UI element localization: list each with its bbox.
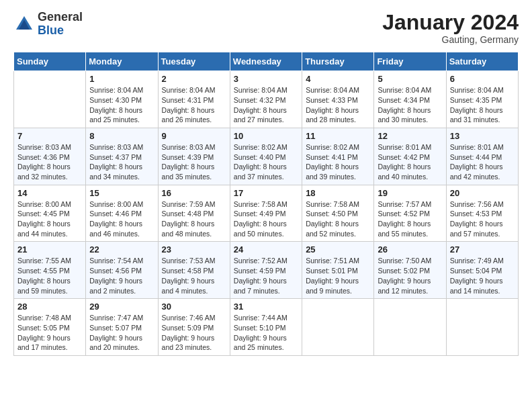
column-header-thursday: Thursday (302, 52, 374, 71)
day-number: 30 (162, 302, 226, 312)
calendar-cell (14, 71, 86, 128)
calendar-week-row: 7Sunrise: 8:03 AM Sunset: 4:36 PM Daylig… (14, 128, 519, 185)
day-info: Sunrise: 8:04 AM Sunset: 4:34 PM Dayligh… (378, 85, 442, 125)
calendar-cell: 14Sunrise: 8:00 AM Sunset: 4:45 PM Dayli… (14, 185, 86, 242)
calendar-cell: 18Sunrise: 7:58 AM Sunset: 4:50 PM Dayli… (302, 185, 374, 242)
column-header-tuesday: Tuesday (158, 52, 230, 71)
calendar-cell: 24Sunrise: 7:52 AM Sunset: 4:59 PM Dayli… (230, 242, 302, 299)
day-info: Sunrise: 8:00 AM Sunset: 4:46 PM Dayligh… (89, 199, 154, 239)
logo: General Blue (13, 11, 83, 38)
calendar-week-row: 28Sunrise: 7:48 AM Sunset: 5:05 PM Dayli… (14, 299, 519, 356)
day-number: 29 (89, 302, 154, 312)
calendar-cell: 4Sunrise: 8:04 AM Sunset: 4:33 PM Daylig… (302, 71, 374, 128)
calendar-cell: 16Sunrise: 7:59 AM Sunset: 4:48 PM Dayli… (158, 185, 230, 242)
day-info: Sunrise: 8:04 AM Sunset: 4:35 PM Dayligh… (450, 85, 515, 125)
calendar-cell: 15Sunrise: 8:00 AM Sunset: 4:46 PM Dayli… (86, 185, 158, 242)
day-number: 19 (378, 188, 442, 198)
day-number: 13 (450, 131, 515, 141)
calendar-cell: 7Sunrise: 8:03 AM Sunset: 4:36 PM Daylig… (14, 128, 86, 185)
day-info: Sunrise: 7:48 AM Sunset: 5:05 PM Dayligh… (17, 313, 82, 353)
day-info: Sunrise: 7:51 AM Sunset: 5:01 PM Dayligh… (306, 256, 370, 295)
day-number: 6 (450, 74, 515, 84)
column-header-wednesday: Wednesday (230, 52, 302, 71)
day-number: 16 (162, 188, 226, 198)
calendar-week-row: 1Sunrise: 8:04 AM Sunset: 4:30 PM Daylig… (14, 71, 519, 128)
logo-text: General Blue (38, 11, 83, 38)
calendar-cell: 2Sunrise: 8:04 AM Sunset: 4:31 PM Daylig… (158, 71, 230, 128)
day-number: 25 (306, 244, 370, 255)
calendar-cell: 30Sunrise: 7:46 AM Sunset: 5:09 PM Dayli… (158, 299, 230, 356)
day-info: Sunrise: 8:01 AM Sunset: 4:42 PM Dayligh… (378, 142, 442, 182)
day-number: 14 (17, 188, 82, 198)
day-info: Sunrise: 7:44 AM Sunset: 5:10 PM Dayligh… (234, 313, 298, 353)
calendar-cell (302, 299, 374, 356)
day-info: Sunrise: 7:53 AM Sunset: 4:58 PM Dayligh… (162, 256, 226, 295)
month-title: January 2024 (382, 11, 519, 34)
day-info: Sunrise: 7:59 AM Sunset: 4:48 PM Dayligh… (162, 199, 226, 239)
calendar-cell (446, 299, 518, 356)
title-block: January 2024 Gauting, Germany (382, 11, 519, 45)
day-info: Sunrise: 7:56 AM Sunset: 4:53 PM Dayligh… (450, 199, 515, 239)
day-info: Sunrise: 7:52 AM Sunset: 4:59 PM Dayligh… (234, 256, 298, 295)
day-number: 1 (89, 74, 154, 84)
calendar-cell: 31Sunrise: 7:44 AM Sunset: 5:10 PM Dayli… (230, 299, 302, 356)
column-header-sunday: Sunday (14, 52, 86, 71)
day-info: Sunrise: 7:57 AM Sunset: 4:52 PM Dayligh… (378, 199, 442, 239)
day-number: 8 (89, 131, 154, 141)
day-info: Sunrise: 8:01 AM Sunset: 4:44 PM Dayligh… (450, 142, 515, 182)
day-number: 3 (234, 74, 298, 84)
day-number: 15 (89, 188, 154, 198)
calendar-cell: 11Sunrise: 8:02 AM Sunset: 4:41 PM Dayli… (302, 128, 374, 185)
day-number: 2 (162, 74, 226, 84)
calendar-cell (374, 299, 446, 356)
location-subtitle: Gauting, Germany (382, 34, 519, 45)
calendar-week-row: 14Sunrise: 8:00 AM Sunset: 4:45 PM Dayli… (14, 185, 519, 242)
calendar-cell: 27Sunrise: 7:49 AM Sunset: 5:04 PM Dayli… (446, 242, 518, 299)
day-number: 5 (378, 74, 442, 84)
calendar-cell: 8Sunrise: 8:03 AM Sunset: 4:37 PM Daylig… (86, 128, 158, 185)
day-number: 9 (162, 131, 226, 141)
calendar-cell: 6Sunrise: 8:04 AM Sunset: 4:35 PM Daylig… (446, 71, 518, 128)
day-info: Sunrise: 7:58 AM Sunset: 4:49 PM Dayligh… (234, 199, 298, 239)
calendar-cell: 1Sunrise: 8:04 AM Sunset: 4:30 PM Daylig… (86, 71, 158, 128)
day-info: Sunrise: 8:04 AM Sunset: 4:30 PM Dayligh… (89, 85, 154, 125)
day-info: Sunrise: 8:04 AM Sunset: 4:31 PM Dayligh… (162, 85, 226, 125)
calendar-cell: 22Sunrise: 7:54 AM Sunset: 4:56 PM Dayli… (86, 242, 158, 299)
day-number: 18 (306, 188, 370, 198)
day-info: Sunrise: 8:04 AM Sunset: 4:33 PM Dayligh… (306, 85, 370, 125)
day-info: Sunrise: 7:50 AM Sunset: 5:02 PM Dayligh… (378, 256, 442, 295)
day-number: 31 (234, 302, 298, 312)
day-number: 11 (306, 131, 370, 141)
day-info: Sunrise: 7:55 AM Sunset: 4:55 PM Dayligh… (17, 256, 82, 295)
day-info: Sunrise: 7:58 AM Sunset: 4:50 PM Dayligh… (306, 199, 370, 239)
day-number: 20 (450, 188, 515, 198)
day-number: 28 (17, 302, 82, 312)
day-info: Sunrise: 7:54 AM Sunset: 4:56 PM Dayligh… (89, 256, 154, 295)
day-info: Sunrise: 8:03 AM Sunset: 4:36 PM Dayligh… (17, 142, 82, 182)
day-number: 17 (234, 188, 298, 198)
calendar-cell: 10Sunrise: 8:02 AM Sunset: 4:40 PM Dayli… (230, 128, 302, 185)
calendar-week-row: 21Sunrise: 7:55 AM Sunset: 4:55 PM Dayli… (14, 242, 519, 299)
column-header-friday: Friday (374, 52, 446, 71)
column-header-saturday: Saturday (446, 52, 518, 71)
calendar-cell: 26Sunrise: 7:50 AM Sunset: 5:02 PM Dayli… (374, 242, 446, 299)
logo-icon (13, 13, 35, 35)
day-info: Sunrise: 7:46 AM Sunset: 5:09 PM Dayligh… (162, 313, 226, 353)
calendar-cell: 12Sunrise: 8:01 AM Sunset: 4:42 PM Dayli… (374, 128, 446, 185)
day-number: 4 (306, 74, 370, 84)
day-info: Sunrise: 8:03 AM Sunset: 4:37 PM Dayligh… (89, 142, 154, 182)
day-info: Sunrise: 8:02 AM Sunset: 4:40 PM Dayligh… (234, 142, 298, 182)
day-number: 21 (17, 244, 82, 255)
day-number: 27 (450, 244, 515, 255)
calendar-cell: 17Sunrise: 7:58 AM Sunset: 4:49 PM Dayli… (230, 185, 302, 242)
calendar-cell: 29Sunrise: 7:47 AM Sunset: 5:07 PM Dayli… (86, 299, 158, 356)
day-number: 22 (89, 244, 154, 255)
calendar-cell: 23Sunrise: 7:53 AM Sunset: 4:58 PM Dayli… (158, 242, 230, 299)
day-number: 7 (17, 131, 82, 141)
day-info: Sunrise: 8:04 AM Sunset: 4:32 PM Dayligh… (234, 85, 298, 125)
day-info: Sunrise: 8:03 AM Sunset: 4:39 PM Dayligh… (162, 142, 226, 182)
calendar-cell: 19Sunrise: 7:57 AM Sunset: 4:52 PM Dayli… (374, 185, 446, 242)
column-header-monday: Monday (86, 52, 158, 71)
day-number: 23 (162, 244, 226, 255)
calendar-cell: 9Sunrise: 8:03 AM Sunset: 4:39 PM Daylig… (158, 128, 230, 185)
